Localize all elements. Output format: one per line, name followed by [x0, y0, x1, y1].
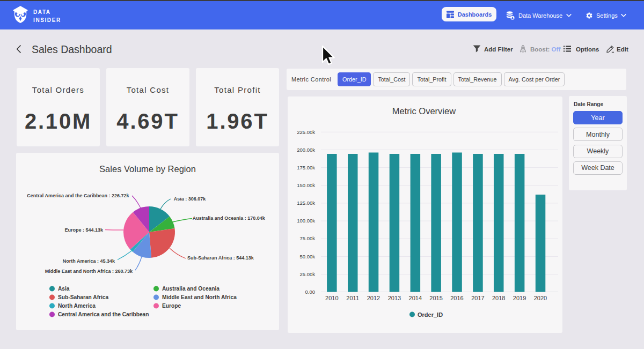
svg-text:2012: 2012 [367, 295, 380, 301]
svg-text:Asia : 306.07k: Asia : 306.07k [174, 196, 207, 202]
svg-text:175.00k: 175.00k [297, 165, 315, 170]
svg-text:225.00k: 225.00k [297, 129, 315, 135]
svg-text:Europe : 544.13k: Europe : 544.13k [64, 227, 104, 233]
svg-text:2015: 2015 [429, 295, 442, 301]
svg-text:North America: North America [58, 303, 96, 309]
svg-text:2018: 2018 [492, 295, 505, 301]
svg-text:Middle East and North Africa: Middle East and North Africa [162, 294, 237, 300]
svg-text:100.00k: 100.00k [297, 218, 315, 224]
svg-text:2020: 2020 [534, 295, 547, 301]
svg-text:Central America and the Caribb: Central America and the Caribbean [58, 311, 149, 317]
svg-text:Order_ID: Order_ID [418, 311, 443, 318]
svg-text:125.00k: 125.00k [297, 200, 315, 206]
svg-text:2010: 2010 [325, 295, 338, 301]
svg-text:Sub-Saharan Africa: Sub-Saharan Africa [58, 294, 108, 300]
svg-text:Europe: Europe [162, 303, 181, 309]
svg-text:2013: 2013 [388, 295, 401, 301]
svg-text:0.00: 0.00 [305, 289, 316, 295]
svg-text:2016: 2016 [450, 295, 463, 301]
svg-text:Asia: Asia [58, 286, 70, 292]
svg-text:75.00k: 75.00k [299, 235, 315, 241]
svg-text:Australia and Oceania: Australia and Oceania [162, 286, 219, 292]
svg-text:Middle East and North Africa :: Middle East and North Africa : 260.73k [45, 269, 133, 274]
svg-text:Sales Volume by Region: Sales Volume by Region [99, 164, 196, 174]
svg-text:2019: 2019 [513, 295, 526, 301]
svg-text:Sub-Saharan Africa : 544.13k: Sub-Saharan Africa : 544.13k [187, 255, 254, 261]
svg-text:Australia and Oceania : 170.04: Australia and Oceania : 170.04k [193, 216, 266, 221]
svg-text:Central America and the Caribb: Central America and the Caribbean : 226.… [27, 193, 129, 198]
svg-text:50.00k: 50.00k [299, 254, 315, 259]
svg-text:Metric Overview: Metric Overview [392, 106, 456, 116]
svg-text:2017: 2017 [471, 295, 484, 301]
svg-text:25.00k: 25.00k [299, 271, 315, 277]
svg-text:2014: 2014 [409, 295, 422, 301]
svg-text:150.00k: 150.00k [297, 182, 315, 188]
svg-text:200.00k: 200.00k [297, 147, 315, 153]
svg-text:2011: 2011 [346, 295, 359, 301]
svg-text:North America : 45.34k: North America : 45.34k [63, 258, 115, 264]
